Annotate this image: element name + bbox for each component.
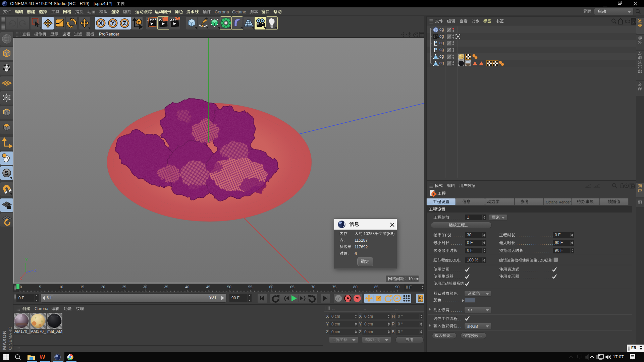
svg-text:15: 15 [80, 285, 84, 289]
svg-text:Z: Z [123, 20, 126, 26]
svg-text:0: 0 [435, 41, 437, 44]
svg-text:10: 10 [59, 285, 63, 289]
svg-text:60: 60 [269, 285, 273, 289]
svg-text:X: X [20, 277, 22, 281]
svg-text:90: 90 [395, 285, 399, 289]
svg-text:W: W [40, 354, 45, 360]
svg-text:S: S [5, 170, 8, 176]
svg-text:25: 25 [122, 285, 126, 289]
svg-text:Y: Y [25, 258, 28, 262]
svg-text:55: 55 [248, 285, 252, 289]
svg-text:P: P [395, 296, 398, 301]
svg-text:0: 0 [435, 47, 437, 51]
svg-text:40: 40 [185, 285, 189, 289]
svg-text:?: ? [356, 296, 359, 301]
svg-text:X: X [99, 20, 103, 26]
svg-text:85: 85 [374, 285, 378, 289]
svg-text:75: 75 [332, 285, 336, 289]
svg-text:45: 45 [206, 285, 210, 289]
svg-text:20: 20 [101, 285, 105, 289]
svg-text:50: 50 [227, 285, 231, 289]
svg-text:Y: Y [111, 20, 115, 26]
svg-text:5: 5 [39, 285, 41, 289]
svg-text:80: 80 [353, 285, 357, 289]
svg-text:0: 0 [20, 285, 22, 289]
svg-text:35: 35 [164, 285, 168, 289]
svg-text:65: 65 [290, 285, 294, 289]
svg-text:Z: Z [34, 268, 37, 272]
svg-text:70: 70 [311, 285, 315, 289]
